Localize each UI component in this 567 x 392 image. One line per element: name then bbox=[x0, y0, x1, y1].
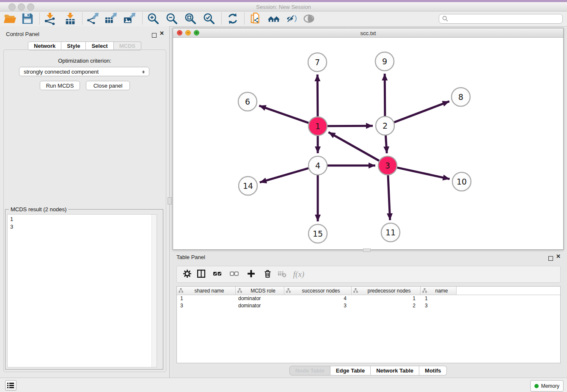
search-input[interactable] bbox=[450, 15, 560, 23]
tab-network-table[interactable]: Network Table bbox=[371, 366, 419, 375]
column-chooser-icon[interactable] bbox=[195, 269, 207, 280]
table-body: 1dominator4113dominator323 bbox=[177, 295, 560, 309]
import-table-icon[interactable] bbox=[63, 12, 77, 25]
delete-column-trash-icon[interactable] bbox=[262, 269, 273, 280]
table-cell: 4 bbox=[284, 295, 352, 302]
column-header-successor-nodes[interactable]: successor nodes bbox=[284, 287, 352, 295]
svg-text:3: 3 bbox=[385, 161, 390, 170]
open-session-icon[interactable] bbox=[3, 12, 17, 25]
graph-node-10[interactable]: 10 bbox=[452, 172, 471, 191]
svg-text:10: 10 bbox=[457, 177, 467, 186]
svg-text:15: 15 bbox=[313, 229, 323, 238]
result-scrollbar[interactable] bbox=[151, 215, 157, 367]
graph-node-8[interactable]: 8 bbox=[451, 88, 470, 106]
graph-edge-2-8[interactable] bbox=[394, 101, 449, 122]
network-window-titlebar[interactable]: × − + scc.txt bbox=[173, 28, 563, 38]
refresh-icon[interactable] bbox=[226, 12, 240, 25]
close-table-panel-icon[interactable]: ✕ bbox=[556, 253, 561, 259]
memory-button[interactable]: Memory bbox=[530, 380, 564, 392]
clone-network-icon[interactable] bbox=[249, 12, 263, 25]
export-table-icon[interactable] bbox=[104, 12, 118, 25]
table-cell: 2 bbox=[352, 302, 421, 309]
svg-text:11: 11 bbox=[385, 228, 396, 237]
graph-edge-3-1[interactable] bbox=[328, 132, 379, 160]
graph-edge-1-6[interactable] bbox=[259, 106, 308, 123]
column-header-name[interactable]: name bbox=[421, 287, 457, 295]
graph-node-2[interactable]: 2 bbox=[376, 116, 394, 135]
application-window: Session: New Session Control Panel ✕ bbox=[0, 0, 567, 392]
optimization-criterion-select[interactable]: strongly connected component bbox=[19, 67, 149, 76]
column-header-mcds-role[interactable]: MCDS role bbox=[236, 287, 284, 295]
graph-node-14[interactable]: 14 bbox=[239, 177, 257, 195]
float-table-panel-icon[interactable] bbox=[548, 255, 553, 262]
horizontal-splitter-handle[interactable] bbox=[363, 248, 371, 252]
graph-edge-3-11[interactable] bbox=[388, 175, 390, 220]
add-column-icon[interactable] bbox=[245, 269, 257, 280]
zoom-selected-icon[interactable] bbox=[202, 12, 216, 25]
table-cell: 1 bbox=[421, 295, 457, 302]
table-row[interactable]: 1dominator411 bbox=[177, 295, 560, 302]
graph-node-7[interactable]: 7 bbox=[308, 53, 327, 72]
table-cell: 3 bbox=[284, 302, 352, 309]
svg-text:1: 1 bbox=[315, 121, 320, 131]
mcds-result-lines: 1 3 bbox=[8, 215, 157, 231]
graph-edge-4-14[interactable] bbox=[260, 168, 308, 182]
task-history-button[interactable] bbox=[5, 380, 17, 391]
import-network-icon[interactable] bbox=[43, 12, 57, 25]
table-panel-title: Table Panel bbox=[176, 254, 205, 260]
delete-table-icon[interactable] bbox=[276, 269, 288, 280]
titlebar: Session: New Session bbox=[0, 2, 567, 11]
close-panel-button[interactable]: Close panel bbox=[86, 81, 130, 90]
tab-network[interactable]: Network bbox=[28, 41, 61, 50]
zoom-in-icon[interactable] bbox=[146, 12, 160, 25]
export-network-icon[interactable] bbox=[85, 12, 100, 25]
tab-style[interactable]: Style bbox=[61, 41, 86, 50]
show-hidden-icon[interactable] bbox=[302, 12, 316, 25]
graph-edge-3-10[interactable] bbox=[397, 168, 449, 179]
show-all-icon[interactable] bbox=[267, 12, 281, 25]
graph-node-1[interactable]: 1 bbox=[308, 117, 327, 135]
vertical-splitter-handle[interactable] bbox=[168, 197, 172, 204]
column-header-shared-name[interactable]: shared name bbox=[177, 287, 236, 295]
graph-edge-1-2[interactable] bbox=[328, 126, 373, 126]
tab-edge-table[interactable]: Edge Table bbox=[330, 366, 371, 375]
window-title: Session: New Session bbox=[0, 4, 567, 10]
select-all-rows-icon[interactable] bbox=[212, 269, 223, 280]
graph-node-6[interactable]: 6 bbox=[238, 92, 257, 111]
table-row[interactable]: 3dominator323 bbox=[177, 302, 560, 309]
close-panel-icon[interactable]: ✕ bbox=[160, 30, 164, 36]
tab-mcds[interactable]: MCDS bbox=[114, 41, 141, 50]
graph-node-15[interactable]: 15 bbox=[308, 224, 327, 243]
function-builder-icon[interactable]: f(x) bbox=[290, 269, 307, 280]
deselect-all-rows-icon[interactable] bbox=[228, 269, 240, 280]
zoom-fit-icon[interactable] bbox=[183, 12, 198, 25]
graph-edge-2-9[interactable] bbox=[385, 74, 385, 116]
table-settings-gear-icon[interactable] bbox=[182, 269, 193, 280]
svg-text:9: 9 bbox=[382, 57, 387, 66]
zoom-out-icon[interactable] bbox=[165, 12, 179, 25]
search-box bbox=[439, 14, 563, 24]
tab-node-table[interactable]: Node Table bbox=[289, 366, 330, 375]
graph-node-3[interactable]: 3 bbox=[378, 156, 397, 175]
sort-hierarchy-icon bbox=[422, 288, 427, 293]
export-image-icon[interactable] bbox=[122, 12, 137, 25]
graph-node-11[interactable]: 11 bbox=[381, 223, 400, 242]
mcds-result-textarea[interactable]: 1 3 bbox=[7, 214, 157, 367]
tab-motifs[interactable]: Motifs bbox=[419, 366, 447, 375]
graph-node-9[interactable]: 9 bbox=[375, 52, 394, 71]
svg-text:4: 4 bbox=[315, 161, 320, 170]
table-toolbar: f(x) bbox=[176, 266, 561, 283]
tab-select[interactable]: Select bbox=[86, 41, 113, 50]
graph-node-4[interactable]: 4 bbox=[308, 156, 327, 175]
table-cell: 1 bbox=[352, 295, 421, 302]
network-view-window: × − + scc.txt 7968124314101511 bbox=[173, 28, 564, 250]
column-header-predecessor-nodes[interactable]: predecessor nodes bbox=[352, 287, 421, 295]
run-mcds-button[interactable]: Run MCDS bbox=[40, 81, 80, 90]
hide-selected-icon[interactable] bbox=[285, 12, 299, 25]
svg-text:14: 14 bbox=[243, 181, 253, 190]
graph-edge-1-7[interactable] bbox=[317, 75, 318, 116]
network-graph-canvas[interactable]: 7968124314101511 bbox=[173, 38, 563, 249]
save-session-icon[interactable] bbox=[20, 12, 35, 25]
float-panel-icon[interactable] bbox=[152, 32, 157, 39]
graph-edge-2-3[interactable] bbox=[385, 135, 387, 153]
